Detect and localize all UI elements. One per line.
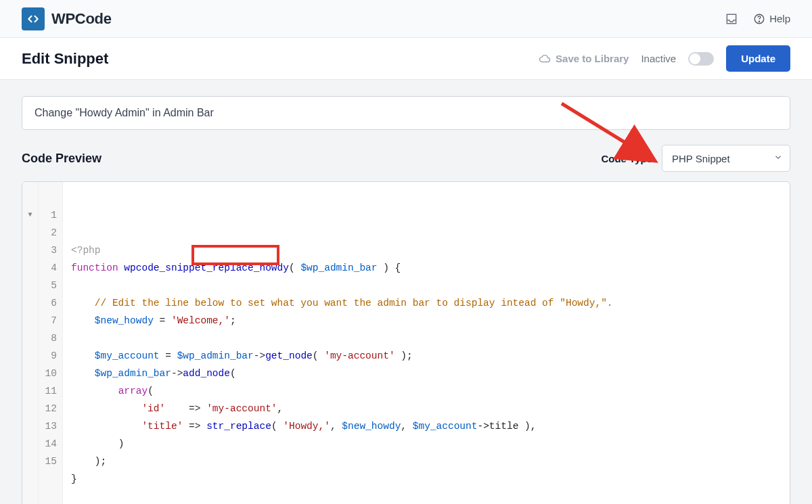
code-line — [71, 329, 782, 347]
chevron-down-icon — [773, 153, 783, 164]
code-line: <?php — [71, 242, 782, 259]
code-line — [71, 277, 782, 294]
update-button[interactable]: Update — [726, 45, 790, 72]
save-to-library-label: Save to Library — [556, 53, 629, 64]
code-line: ) — [71, 435, 782, 453]
code-line — [71, 488, 782, 504]
code-type-label: Code Type — [601, 153, 652, 164]
code-line: $new_howdy = 'Welcome,'; — [71, 312, 782, 329]
page-title: Edit Snippet — [22, 50, 108, 68]
status-label: Inactive — [641, 53, 676, 64]
fold-gutter: ▼ — [22, 182, 39, 504]
code-type-value: PHP Snippet — [672, 153, 730, 164]
code-line: $my_account = $wp_admin_bar->get_node( '… — [71, 347, 782, 365]
code-type-select[interactable]: PHP Snippet — [662, 145, 790, 172]
svg-point-1 — [759, 21, 760, 22]
brand-name: WPCode — [51, 10, 112, 28]
code-line: $wp_admin_bar->add_node( — [71, 365, 782, 382]
active-toggle[interactable] — [688, 52, 714, 66]
top-bar: WPCode Help — [0, 0, 812, 38]
help-icon — [753, 13, 765, 25]
wpcode-logo-icon — [22, 7, 45, 30]
help-link[interactable]: Help — [753, 13, 790, 25]
code-line: } — [71, 470, 782, 488]
cloud-icon — [539, 53, 551, 65]
line-number-gutter: 123456789101112131415 — [39, 182, 63, 504]
inbox-icon[interactable] — [725, 12, 738, 26]
code-line: 'id' => 'my-account', — [71, 400, 782, 417]
code-line: ); — [71, 453, 782, 470]
code-preview-header: Code Preview Code Type PHP Snippet — [22, 145, 790, 172]
code-editor[interactable]: ▼ 123456789101112131415 <?phpfunction wp… — [22, 181, 790, 504]
code-area[interactable]: <?phpfunction wpcode_snippet_replace_how… — [63, 182, 790, 504]
logo[interactable]: WPCode — [22, 7, 112, 30]
save-to-library-button[interactable]: Save to Library — [539, 53, 629, 65]
code-line: // Edit the line below to set what you w… — [71, 294, 782, 312]
code-line: 'title' => str_replace( 'Howdy,', $new_h… — [71, 417, 782, 435]
help-label: Help — [769, 13, 790, 24]
code-line: function wpcode_snippet_replace_howdy( $… — [71, 259, 782, 277]
main-content: Code Preview Code Type PHP Snippet ▼ 123… — [0, 80, 812, 504]
snippet-title-input[interactable] — [22, 96, 790, 130]
sub-header: Edit Snippet Save to Library Inactive Up… — [0, 38, 812, 80]
code-line: array( — [71, 382, 782, 400]
code-preview-heading: Code Preview — [22, 152, 102, 166]
